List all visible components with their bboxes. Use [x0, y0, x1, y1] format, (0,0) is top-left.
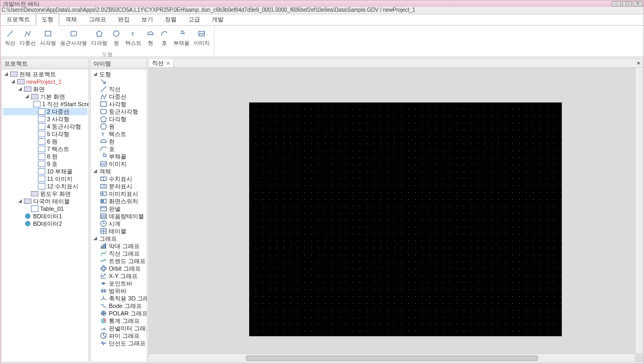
graph-item[interactable]: 축적용 3D 그래프	[92, 295, 146, 302]
graph-item[interactable]: 막대 그래프	[92, 242, 146, 250]
ribbon-chord[interactable]: 현	[144, 28, 157, 48]
object-item[interactable]: 데음랑테이블	[92, 212, 146, 220]
document-tab[interactable]: 직선 ✕	[149, 59, 174, 67]
ribbon-text[interactable]: T텍스트	[123, 28, 144, 48]
svg-text:1: 1	[102, 176, 105, 181]
ribbon-polygon[interactable]: 다각형	[89, 28, 109, 48]
graph-item[interactable]: POLAR 그래프	[92, 310, 146, 317]
ribbon-pie[interactable]: 부채꼴	[171, 28, 192, 48]
shape-item[interactable]: 사각형	[92, 100, 146, 108]
graph-item[interactable]: Bode 그래프	[92, 302, 146, 310]
polygon-icon	[100, 116, 107, 122]
svg-rect-22	[101, 207, 107, 211]
tree-screen-item[interactable]: 10 부채꼴	[3, 168, 88, 175]
canvas-area[interactable]	[148, 68, 643, 362]
item-cat-object[interactable]: ◢객체	[92, 168, 146, 175]
object-item[interactable]: 시계	[92, 220, 146, 227]
graph-item[interactable]: 트렌드 그래프	[92, 257, 146, 265]
ribbon-roundrect[interactable]: 둥근사각형	[58, 28, 89, 48]
clock-icon	[100, 220, 107, 227]
tree-bd1[interactable]: BD데이터1	[3, 212, 88, 220]
text-icon: T	[129, 29, 138, 38]
tree-base-screen[interactable]: ◢기본 화면	[3, 93, 88, 100]
graph-item[interactable]: Orbit 그래프	[92, 265, 146, 272]
tree-screen-item[interactable]: 11 이미지	[3, 175, 88, 183]
tree-screen-item[interactable]: 6 원	[3, 138, 88, 145]
tree-screen-group[interactable]: ◢화면	[3, 85, 88, 93]
tree-root[interactable]: ◢전체 프로젝트	[3, 70, 88, 78]
scrollbar-vertical[interactable]	[635, 68, 642, 353]
scrollbar-horizontal[interactable]	[149, 353, 635, 362]
object-item[interactable]: 테이블	[92, 227, 146, 235]
menu-tab-dev[interactable]: 개발	[206, 13, 229, 25]
menu-tab-object[interactable]: 객체	[59, 13, 83, 25]
ribbon-line[interactable]: 직선	[3, 28, 18, 48]
shape-item[interactable]	[92, 78, 146, 85]
shape-item[interactable]: T텍스트	[92, 130, 146, 138]
graph-item[interactable]: 포인트바	[92, 280, 146, 287]
ribbon-polyline[interactable]: 다중선	[18, 28, 38, 48]
tree-screen-item[interactable]: 5 다각형	[3, 130, 88, 138]
shape-item[interactable]: 현	[92, 138, 146, 145]
graph-item[interactable]: 파이 그래프	[92, 332, 146, 339]
svg-rect-35	[105, 244, 106, 249]
tree-screen-item[interactable]: 3 사각형	[3, 115, 88, 123]
svg-marker-3	[97, 31, 102, 37]
tree-screen-item[interactable]: 8 현	[3, 153, 88, 160]
graph-item[interactable]: 통계 그래프	[92, 317, 146, 325]
menu-tab-view[interactable]: 보기	[136, 13, 159, 25]
tree-screen-item[interactable]: 12 수치표시	[3, 183, 88, 190]
tree-screen-item[interactable]: 9 호	[3, 160, 88, 168]
tree-screen-item[interactable]: 2 다중선	[3, 108, 88, 115]
tree-screen-item[interactable]: 4 둥근사각형	[3, 123, 88, 130]
tree-multilang[interactable]: ◢다국어 테이블	[3, 197, 88, 205]
shape-item[interactable]: 부채꼴	[92, 153, 146, 160]
menu-tab-edit[interactable]: 편집	[112, 13, 136, 25]
svg-rect-1	[45, 31, 51, 36]
object-item[interactable]: 판넬	[92, 205, 146, 212]
tree-window-screen[interactable]: 윈도우 화면	[3, 190, 88, 197]
ribbon-circle[interactable]: 원	[109, 28, 123, 48]
tab-dropdown-icon[interactable]: ▾	[635, 60, 642, 67]
menu-tab-shape[interactable]: 도형	[36, 13, 59, 26]
tree-project[interactable]: ◢newProject_1	[3, 78, 88, 85]
shape-item[interactable]: 호	[92, 145, 146, 153]
menu-tab-advanced[interactable]: 고급	[182, 13, 206, 25]
object-item[interactable]: 이미지표시	[92, 190, 146, 197]
close-button[interactable]: ✕	[633, 1, 642, 6]
shape-item[interactable]: 둥근사각형	[92, 108, 146, 115]
object-item[interactable]: 화면스위치	[92, 197, 146, 205]
menu-tab-align[interactable]: 정렬	[159, 13, 182, 25]
drawing-canvas[interactable]	[249, 102, 562, 336]
ribbon-image[interactable]: 이미지	[192, 28, 212, 48]
close-tab-icon[interactable]: ✕	[166, 60, 170, 66]
svg-rect-21	[102, 200, 104, 202]
svg-rect-2	[71, 31, 77, 36]
minimize-button[interactable]: —	[611, 1, 621, 6]
ribbon-rect[interactable]: 사각형	[38, 28, 58, 48]
shape-item[interactable]: 다각형	[92, 115, 146, 123]
pie-icon	[177, 29, 186, 38]
graph-item[interactable]: 직선 그래프	[92, 250, 146, 257]
tree-table-item[interactable]: Table_01	[3, 205, 88, 212]
shape-item[interactable]: 이미지	[92, 160, 146, 168]
item-cat-shape[interactable]: ◢도형	[92, 70, 146, 78]
menu-tab-graph[interactable]: 그래프	[83, 13, 112, 25]
menu-tab-project[interactable]: 프로젝트	[1, 13, 36, 25]
tree-bd2[interactable]: BD데이터2	[3, 220, 88, 227]
item-cat-graph[interactable]: ◢그래프	[92, 235, 146, 242]
shape-item[interactable]: 직선	[92, 85, 146, 93]
shape-item[interactable]: 원	[92, 123, 146, 130]
maximize-button[interactable]: ☐	[622, 1, 632, 6]
tree-screen-item[interactable]: 7 텍스트	[3, 145, 88, 153]
ribbon-arc[interactable]: 호	[157, 28, 171, 48]
graph-item[interactable]: 범위바	[92, 287, 146, 295]
graph-item[interactable]: X-Y 그래프	[92, 272, 146, 280]
shape-item[interactable]: 다중선	[92, 93, 146, 100]
object-item[interactable]: 1수치표시	[92, 175, 146, 183]
graph-item[interactable]: 단선도 그래프	[92, 339, 146, 347]
object-item[interactable]: A문자표시	[92, 183, 146, 190]
graph-item[interactable]: 판넬미터 그래프	[92, 325, 146, 332]
tree-screen-item[interactable]: 1 직선 #Start Screen	[3, 100, 88, 108]
bode-icon	[100, 303, 107, 309]
